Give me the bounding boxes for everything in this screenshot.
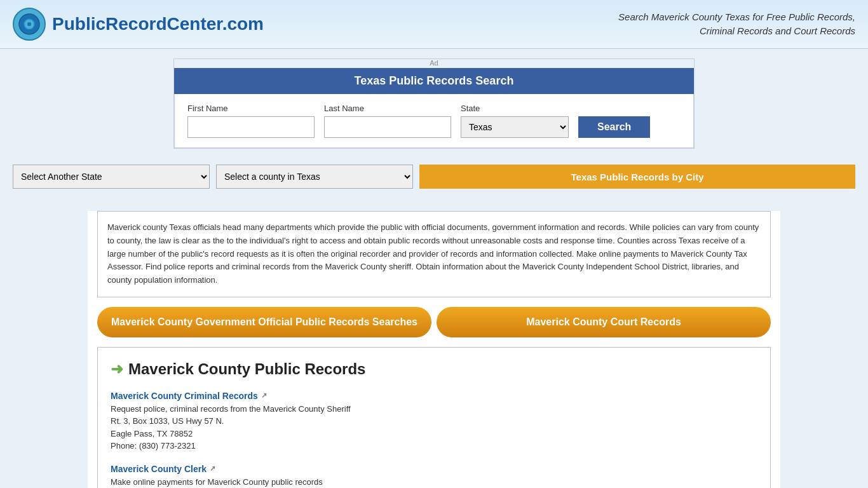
state-select[interactable]: Select Another State xyxy=(13,165,210,189)
external-link-icon-2: ↗ xyxy=(210,464,215,473)
section-title-text: Maverick County Public Records xyxy=(128,360,365,378)
description-box: Maverick county Texas officials head man… xyxy=(97,211,771,297)
gov-records-button[interactable]: Maverick County Government Official Publ… xyxy=(97,307,431,337)
last-name-input[interactable] xyxy=(324,116,451,138)
criminal-records-desc: Request police, criminal records from th… xyxy=(111,403,757,452)
state-label: State xyxy=(461,104,569,113)
action-buttons: Maverick County Government Official Publ… xyxy=(97,307,771,337)
ad-label: Ad xyxy=(174,59,694,67)
arrow-icon: ➜ xyxy=(111,360,123,378)
state-select-ad[interactable]: Texas xyxy=(461,116,569,138)
header-tagline: Search Maverick County Texas for Free Pu… xyxy=(614,10,855,39)
list-item: Maverick County Clerk ↗ Make online paym… xyxy=(111,464,757,488)
county-clerk-link-text: Maverick County Clerk xyxy=(111,464,207,474)
public-records-section: ➜ Maverick County Public Records Maveric… xyxy=(97,347,771,488)
county-clerk-desc: Make online payments for Maverick County… xyxy=(111,476,757,488)
svg-point-3 xyxy=(27,22,31,26)
last-name-group: Last Name xyxy=(324,104,451,138)
state-group: State Texas xyxy=(461,104,569,138)
county-clerk-link[interactable]: Maverick County Clerk ↗ xyxy=(111,464,757,474)
county-select[interactable]: Select a county in Texas xyxy=(216,165,413,189)
dropdowns-row: Select Another State Select a county in … xyxy=(0,158,868,201)
criminal-records-link[interactable]: Maverick County Criminal Records ↗ xyxy=(111,391,757,401)
first-name-group: First Name xyxy=(187,104,315,138)
criminal-records-link-text: Maverick County Criminal Records xyxy=(111,391,258,401)
court-records-button[interactable]: Maverick County Court Records xyxy=(437,307,771,337)
logo-area: PublicRecordCenter.com xyxy=(13,8,264,41)
external-link-icon-1: ↗ xyxy=(261,391,267,400)
first-name-label: First Name xyxy=(187,104,315,113)
first-name-input[interactable] xyxy=(187,116,315,138)
ad-box: Ad Texas Public Records Search First Nam… xyxy=(173,58,695,149)
search-button[interactable]: Search xyxy=(578,116,650,138)
list-item: Maverick County Criminal Records ↗ Reque… xyxy=(111,391,757,452)
logo-text[interactable]: PublicRecordCenter.com xyxy=(52,14,264,34)
ad-form: First Name Last Name State Texas Search xyxy=(174,94,694,148)
last-name-label: Last Name xyxy=(324,104,451,113)
logo-icon xyxy=(13,8,46,41)
ad-title-bar: Texas Public Records Search xyxy=(174,68,694,94)
section-title: ➜ Maverick County Public Records xyxy=(111,360,757,378)
city-records-button[interactable]: Texas Public Records by City xyxy=(419,165,855,189)
